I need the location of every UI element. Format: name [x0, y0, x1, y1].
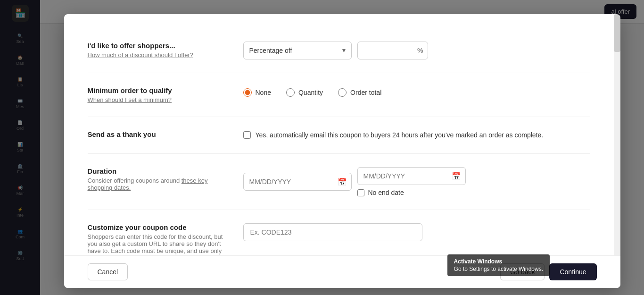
discount-section-title: I'd like to offer shoppers... [88, 42, 229, 50]
no-end-date-row: No end date [357, 189, 466, 196]
duration-subtitle: Consider offering coupons around these k… [88, 177, 229, 191]
no-end-date-label[interactable]: No end date [368, 189, 404, 196]
minimum-order-label-area: Minimum order to qualify When should I s… [88, 86, 229, 103]
discount-controls: Percentage off Fixed amount off Free shi… [243, 42, 590, 59]
discount-type-row: Percentage off Fixed amount off Free shi… [243, 42, 590, 59]
duration-title: Duration [88, 167, 229, 175]
modal-body: I'd like to offer shoppers... How much o… [64, 14, 614, 288]
duration-controls: 📅 📅 No end date [243, 167, 590, 196]
radio-order-total-input[interactable] [338, 88, 347, 97]
minimum-order-subtitle: When should I set a minimum? [88, 96, 229, 103]
discount-subtitle-link[interactable]: How much of a discount should I offer? [88, 51, 194, 59]
radio-quantity[interactable]: Quantity [286, 88, 323, 97]
thank-you-title: Send as a thank you [88, 130, 229, 138]
discount-section: I'd like to offer shoppers... How much o… [88, 28, 590, 73]
discount-type-select[interactable]: Percentage off Fixed amount off Free shi… [243, 42, 352, 59]
percent-symbol: % [417, 47, 423, 54]
go-back-button[interactable]: Go back [500, 263, 545, 280]
radio-quantity-label: Quantity [298, 89, 323, 96]
end-date-col: 📅 No end date [357, 167, 466, 196]
cancel-button[interactable]: Cancel [88, 263, 128, 280]
no-end-date-checkbox[interactable] [357, 189, 364, 196]
duration-subtitle-text: Consider offering coupons around [88, 177, 180, 184]
coupon-controls [243, 223, 590, 241]
footer-right-buttons: Go back Continue [500, 263, 596, 280]
date-row: 📅 📅 No end date [243, 167, 590, 196]
scrollbar-track[interactable] [614, 14, 620, 288]
duration-section: Duration Consider offering coupons aroun… [88, 154, 590, 210]
modal-dialog: I'd like to offer shoppers... How much o… [40, 14, 644, 295]
discount-label-area: I'd like to offer shoppers... How much o… [88, 42, 229, 59]
radio-none-input[interactable] [243, 88, 252, 97]
thank-you-checkbox[interactable] [243, 131, 251, 139]
minimum-order-title: Minimum order to qualify [88, 86, 229, 94]
thank-you-checkbox-item: Yes, automatically email this coupon to … [243, 130, 590, 140]
thank-you-checkbox-label: Yes, automatically email this coupon to … [256, 130, 544, 140]
start-date-input[interactable] [243, 173, 352, 191]
radio-quantity-input[interactable] [286, 88, 295, 97]
percent-input-wrapper: % [357, 42, 428, 59]
discount-section-subtitle: How much of a discount should I offer? [88, 51, 229, 59]
radio-order-total[interactable]: Order total [338, 88, 381, 97]
minimum-order-controls: None Quantity Order total [243, 86, 590, 99]
end-date-input[interactable] [357, 167, 466, 185]
minimum-order-subtitle-link[interactable]: When should I set a minimum? [88, 96, 172, 103]
duration-label-area: Duration Consider offering coupons aroun… [88, 167, 229, 191]
modal-content-box: I'd like to offer shoppers... How much o… [64, 14, 620, 288]
discount-type-select-wrapper: Percentage off Fixed amount off Free shi… [243, 42, 352, 59]
coupon-title: Customize your coupon code [88, 223, 229, 231]
radio-none[interactable]: None [243, 88, 271, 97]
minimum-order-radio-group: None Quantity Order total [243, 86, 590, 99]
radio-order-total-label: Order total [350, 89, 381, 96]
start-date-wrapper: 📅 [243, 173, 352, 191]
thank-you-section: Send as a thank you Yes, automatically e… [88, 117, 590, 154]
coupon-code-input[interactable] [243, 223, 422, 241]
continue-button[interactable]: Continue [549, 263, 596, 280]
end-date-wrapper: 📅 [357, 167, 466, 185]
thank-you-controls: Yes, automatically email this coupon to … [243, 130, 590, 140]
minimum-order-section: Minimum order to qualify When should I s… [88, 73, 590, 117]
radio-none-label: None [256, 89, 271, 96]
thank-you-label-area: Send as a thank you [88, 130, 229, 140]
modal-footer: Cancel Go back Continue [64, 255, 620, 288]
scrollbar-thumb[interactable] [614, 14, 620, 52]
